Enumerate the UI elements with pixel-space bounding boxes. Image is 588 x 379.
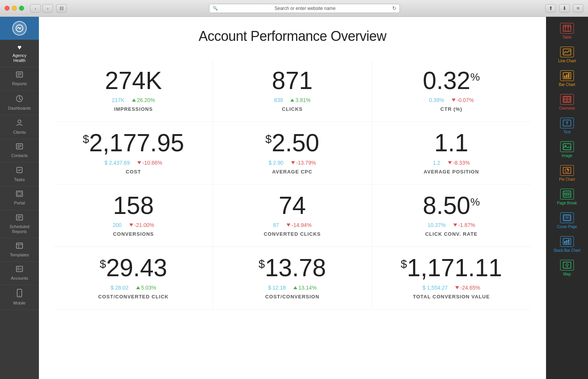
clients-icon	[16, 119, 23, 128]
sidebar-logo[interactable]	[0, 17, 39, 40]
reports-icon	[16, 71, 23, 80]
svg-rect-58	[566, 241, 567, 244]
maximize-button[interactable]	[19, 6, 24, 11]
svg-rect-34	[566, 75, 567, 78]
search-icon: 🔍	[213, 6, 218, 11]
metric-comparison-conversions: 200 -21.00%	[66, 222, 201, 228]
metric-label-total-conversion-value: TOTAL CONVERSION VALUE	[383, 294, 519, 300]
svg-rect-43	[563, 144, 571, 150]
metric-label-clicks: CLICKS	[224, 106, 360, 112]
metric-label-impressions: IMPRESSIONS	[66, 106, 201, 112]
metric-value-cost-conversion: $13.78	[259, 254, 326, 281]
templates-icon	[16, 242, 23, 251]
sidebar-item-label: Agency Health	[13, 53, 27, 63]
sidebar-item-label: Reports	[12, 81, 27, 86]
down-arrow-icon	[448, 161, 452, 164]
back-button[interactable]: ‹	[30, 4, 41, 13]
sidebar-item-scheduled-reports[interactable]: Scheduled Reports	[0, 210, 39, 238]
metric-value-avg-position: 1.1	[434, 130, 468, 156]
metric-value-conversions: 158	[113, 192, 154, 219]
down-arrow-icon	[455, 286, 459, 289]
pie-chart-label: Pie Chart	[559, 177, 575, 182]
rp-item-table[interactable]: Table	[550, 20, 584, 43]
metric-cell-conversions: 158 200 -21.00% CONVERSIONS	[54, 185, 213, 247]
stack-bar-chart-label: Stack Bar Chart	[554, 248, 581, 253]
sidebar-item-agency-health[interactable]: ♥ Agency Health	[0, 40, 39, 67]
address-bar[interactable]: 🔍 Search or enter website name ↻	[209, 4, 400, 13]
refresh-button[interactable]: ↻	[392, 5, 396, 11]
overview-icon	[560, 94, 574, 105]
download-button[interactable]: ⬇	[559, 4, 570, 13]
metric-prev-clicks: 839	[274, 97, 283, 103]
share-button[interactable]: ⬆	[545, 4, 556, 13]
up-arrow-icon	[290, 99, 294, 102]
up-arrow-icon	[293, 286, 297, 289]
minimize-button[interactable]	[12, 6, 17, 11]
title-bar: ‹ › ⊟ 🔍 Search or enter website name ↻ ⬆…	[0, 0, 588, 17]
metric-value-ctr: 0.32%	[423, 67, 480, 94]
app-body: ♥ Agency Health Reports Dashboards Clien…	[0, 17, 588, 379]
svg-rect-12	[16, 191, 23, 196]
sidebar-item-accounts[interactable]: Accounts	[0, 262, 39, 285]
traffic-lights	[5, 6, 24, 11]
sidebar-item-dashboards[interactable]: Dashboards	[0, 91, 39, 115]
rp-item-page-break[interactable]: Page Break	[550, 186, 584, 209]
sidebar-item-templates[interactable]: Templates	[0, 238, 39, 262]
metric-change-avg-position: -8.33%	[448, 160, 470, 166]
sidebar-item-reports[interactable]: Reports	[0, 67, 39, 91]
sidebar-item-label: Scheduled Reports	[10, 224, 29, 234]
svg-rect-39	[564, 100, 567, 102]
sidebar-item-mobile[interactable]: Mobile	[0, 285, 39, 310]
sidebar-item-label: Tasks	[14, 177, 25, 182]
metric-prev-avg-cpc: $ 2.90	[269, 160, 284, 166]
more-button[interactable]: ≡	[573, 4, 583, 13]
metric-label-avg-cpc: AVERAGE CPC	[224, 169, 360, 175]
forward-button[interactable]: ›	[42, 4, 53, 13]
metric-change-converted-clicks: -14.94%	[287, 222, 311, 228]
rp-item-map[interactable]: Map	[550, 257, 584, 280]
logo-icon	[12, 21, 27, 36]
metric-label-ctr: CTR (%)	[383, 106, 519, 112]
accounts-icon	[16, 266, 23, 274]
page-break-icon	[560, 189, 574, 199]
down-arrow-icon	[129, 224, 133, 227]
metric-change-cost: -10.66%	[137, 160, 162, 166]
metric-change-avg-cpc: -13.79%	[291, 160, 316, 166]
metric-prev-click-conv-rate: 10.37%	[427, 222, 445, 228]
metric-change-click-conv-rate: -1.87%	[453, 222, 475, 228]
metric-cell-impressions: 274K 217K 26.20% IMPRESSIONS	[54, 60, 213, 122]
metric-prev-cost-conversion: $ 12.18	[268, 285, 286, 291]
sidebar: ♥ Agency Health Reports Dashboards Clien…	[0, 17, 39, 379]
rp-item-line-chart[interactable]: Line Chart	[550, 44, 584, 66]
close-button[interactable]	[5, 6, 10, 11]
metric-prev-ctr: 0.39%	[429, 97, 444, 103]
down-arrow-icon	[453, 224, 457, 227]
metric-cell-click-conv-rate: 8.50% 10.37% -1.87% CLICK CONV. RATE	[372, 185, 531, 247]
metric-label-cost-converted-click: COST/CONVERTED CLICK	[66, 294, 201, 300]
stack-bar-chart-icon	[560, 236, 574, 247]
metric-comparison-cost-converted-click: $ 28.02 5.03%	[66, 285, 201, 291]
svg-rect-57	[564, 241, 565, 243]
rp-item-text[interactable]: T Text	[550, 115, 584, 138]
sidebar-item-contacts[interactable]: Contacts	[0, 139, 39, 162]
rp-item-image[interactable]: Image	[550, 138, 584, 161]
rp-item-pie-chart[interactable]: Pie Chart	[550, 162, 584, 185]
rp-item-bar-chart[interactable]: Bar Chart	[550, 67, 584, 90]
cover-page-icon	[560, 212, 574, 223]
svg-rect-38	[567, 97, 570, 99]
metric-label-click-conv-rate: CLICK CONV. RATE	[383, 231, 519, 237]
sidebar-item-clients[interactable]: Clients	[0, 115, 39, 139]
map-icon	[560, 260, 574, 270]
sidebar-item-tasks[interactable]: Tasks	[0, 162, 39, 186]
sidebar-item-portal[interactable]: Portal	[0, 186, 39, 210]
rp-item-overview[interactable]: Overview	[550, 91, 584, 114]
tasks-icon	[16, 166, 23, 176]
metric-label-cost: COST	[66, 169, 201, 175]
sidebar-toggle-button[interactable]: ⊟	[56, 4, 67, 13]
svg-point-6	[18, 120, 21, 123]
metric-value-click-conv-rate: 8.50%	[423, 192, 480, 219]
rp-item-cover-page[interactable]: Cover Page	[550, 209, 584, 232]
cover-page-label: Cover Page	[557, 225, 577, 229]
rp-item-stack-bar-chart[interactable]: Stack Bar Chart	[550, 233, 584, 256]
nav-buttons: ‹ ›	[30, 4, 53, 13]
